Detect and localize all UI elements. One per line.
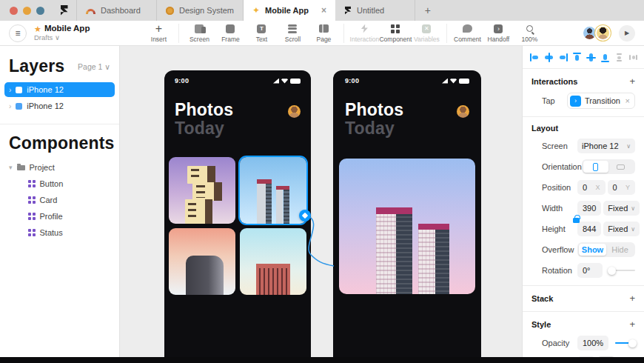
- component-item-button[interactable]: Button: [0, 177, 119, 190]
- window-tab-bar: Dashboard Design System ✦ Mobile App × U…: [0, 0, 644, 21]
- opacity-label: Opacity: [542, 339, 569, 347]
- new-tab-button[interactable]: +: [415, 0, 440, 21]
- tab-design-system[interactable]: Design System: [157, 0, 244, 21]
- width-input[interactable]: 390: [577, 201, 601, 216]
- component-folder-project[interactable]: ▾ Project: [0, 161, 119, 174]
- position-y-input[interactable]: 0Y: [608, 180, 636, 195]
- folder-icon: [17, 165, 25, 170]
- layer-item-iphone12-2[interactable]: › iPhone 12: [4, 99, 115, 113]
- photo-card-twin-towers[interactable]: [240, 157, 306, 224]
- zoom-window-button[interactable]: [36, 7, 44, 15]
- project-info[interactable]: ★Mobile App Drafts ∨: [34, 24, 90, 41]
- opacity-slider[interactable]: [615, 342, 635, 344]
- portrait-icon: [593, 163, 598, 171]
- remove-interaction-icon[interactable]: ×: [625, 96, 630, 105]
- app-subtitle: Today: [175, 119, 233, 138]
- component-item-status[interactable]: Status: [0, 226, 119, 239]
- component-item-card[interactable]: Card: [0, 193, 119, 207]
- distribute-vertical-icon[interactable]: [614, 53, 624, 62]
- handoff-button[interactable]: › Handoff: [483, 24, 514, 43]
- device-frame-iphone12-1[interactable]: 9:00 Photos Today: [164, 70, 311, 357]
- variables-tool-button[interactable]: ✕ Variables: [411, 24, 442, 43]
- main-menu-button[interactable]: ≡: [9, 24, 27, 42]
- text-tool-button[interactable]: T Text: [246, 24, 277, 43]
- layer-label: iPhone 12: [27, 85, 64, 94]
- profile-avatar[interactable]: [288, 105, 301, 118]
- layer-item-iphone12-1[interactable]: › iPhone 12: [4, 82, 115, 97]
- layout-title: Layout: [531, 124, 558, 133]
- insert-button[interactable]: + Insert: [143, 24, 174, 43]
- collaborator-avatar[interactable]: [595, 25, 611, 41]
- add-stack-button[interactable]: +: [629, 293, 635, 304]
- layers-panel: Layers Page 1 ∨ › iPhone 12 › iPhone 12 …: [0, 46, 120, 357]
- rotation-input[interactable]: 0°: [577, 263, 603, 278]
- add-interaction-button[interactable]: +: [629, 76, 635, 87]
- page-tool-button[interactable]: Page: [308, 24, 339, 43]
- photo-card-curved-tower[interactable]: [169, 228, 235, 295]
- text-icon: T: [257, 24, 266, 33]
- chevron-right-icon[interactable]: ›: [9, 86, 11, 94]
- components-panel-title: Components: [9, 133, 115, 153]
- device-frame-iphone12-2[interactable]: 9:00 Photos Today: [333, 70, 481, 357]
- distribute-horizontal-icon[interactable]: [628, 53, 638, 62]
- tab-mobile-app[interactable]: ✦ Mobile App ×: [244, 0, 335, 21]
- height-mode-select[interactable]: Fixed∨: [603, 222, 640, 236]
- close-window-button[interactable]: [10, 7, 18, 15]
- align-left-icon[interactable]: [530, 53, 540, 62]
- orientation-portrait-option[interactable]: [583, 161, 608, 173]
- chevron-down-icon[interactable]: ▾: [9, 164, 13, 171]
- toolbar-separator: [178, 24, 179, 43]
- photo-detail-twin-towers[interactable]: [339, 159, 475, 294]
- height-input[interactable]: 844: [577, 222, 601, 236]
- minimize-window-button[interactable]: [23, 7, 31, 15]
- add-style-button[interactable]: +: [629, 319, 635, 330]
- interaction-connector-node[interactable]: [299, 210, 311, 222]
- orientation-landscape-option[interactable]: [608, 161, 634, 173]
- align-right-icon[interactable]: [558, 53, 568, 62]
- slider-knob: [628, 339, 637, 347]
- component-item-profile[interactable]: Profile: [0, 210, 119, 223]
- canvas[interactable]: 9:00 Photos Today: [120, 46, 522, 357]
- plus-icon: +: [155, 24, 162, 33]
- align-center-horizontal-icon[interactable]: [544, 53, 554, 62]
- screen-tool-button[interactable]: Screen: [184, 24, 215, 43]
- framer-logo-icon: [345, 6, 351, 14]
- tab-dashboard[interactable]: Dashboard: [77, 0, 157, 21]
- screen-select[interactable]: iPhone 12∨: [577, 139, 635, 153]
- align-bottom-icon[interactable]: [600, 53, 610, 62]
- component-tool-button[interactable]: Component: [380, 24, 411, 43]
- framer-logo-icon: [61, 5, 68, 16]
- tab-untitled[interactable]: Untitled: [335, 0, 415, 21]
- profile-avatar[interactable]: [457, 105, 469, 118]
- chevron-right-icon[interactable]: ›: [9, 102, 11, 110]
- interaction-event-label[interactable]: Tap: [542, 96, 555, 105]
- zoom-level-button[interactable]: 100%: [514, 24, 545, 43]
- transition-badge-icon: ›: [570, 96, 581, 107]
- home-tab[interactable]: [52, 0, 77, 21]
- scroll-tool-button[interactable]: Scroll: [277, 24, 308, 43]
- align-top-icon[interactable]: [572, 53, 582, 62]
- interaction-tool-button[interactable]: Interaction: [349, 24, 380, 43]
- toolbar-separator: [343, 24, 344, 43]
- photo-card-striped-building[interactable]: [240, 228, 306, 295]
- preview-play-button[interactable]: ▶: [619, 25, 635, 41]
- traffic-lights: [0, 0, 52, 21]
- position-x-input[interactable]: 0X: [577, 180, 606, 195]
- close-tab-icon[interactable]: ×: [314, 5, 326, 16]
- interactions-section: Interactions + Tap › Transition ×: [523, 69, 644, 117]
- align-center-vertical-icon[interactable]: [586, 53, 596, 62]
- opacity-input[interactable]: 100%: [577, 336, 608, 350]
- photo-card-stacked-building[interactable]: [169, 157, 235, 224]
- scroll-icon: [288, 24, 297, 33]
- overflow-hide-option[interactable]: Hide: [606, 244, 634, 256]
- page-selector[interactable]: Page 1 ∨: [78, 62, 110, 71]
- width-mode-select[interactable]: Fixed∨: [603, 201, 640, 216]
- status-icons: [273, 79, 301, 84]
- bottom-black-bar: [0, 357, 644, 363]
- comment-button[interactable]: Comment: [452, 24, 483, 43]
- overflow-show-option[interactable]: Show: [579, 244, 606, 256]
- interaction-action-pill[interactable]: › Transition ×: [567, 93, 635, 109]
- aspect-lock-icon[interactable]: [573, 218, 580, 223]
- frame-tool-button[interactable]: Frame: [215, 24, 246, 43]
- rotation-slider[interactable]: [609, 270, 635, 271]
